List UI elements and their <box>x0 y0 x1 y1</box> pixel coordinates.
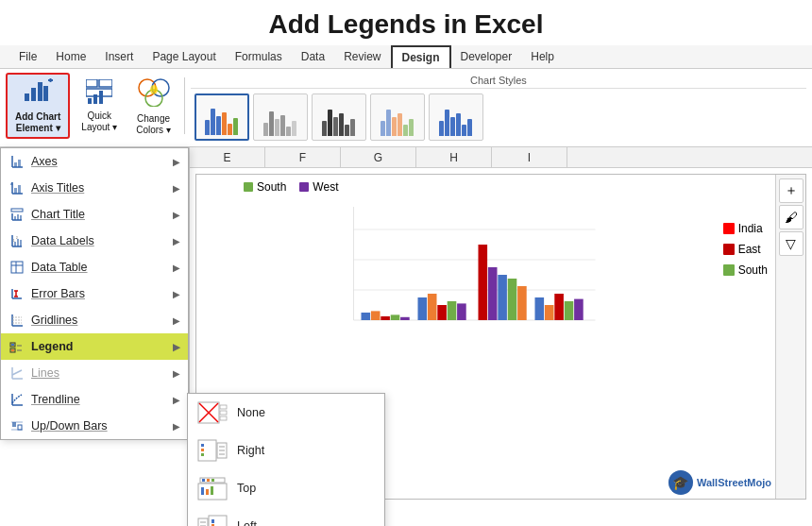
add-chart-element-button[interactable]: Add ChartElement ▾ <box>6 73 70 139</box>
east-label: East <box>738 243 761 256</box>
updown-bars-label: Up/Down Bars <box>31 419 108 433</box>
error-bars-arrow: ▶ <box>173 289 180 299</box>
chart-styles-tool[interactable]: 🖌 <box>779 205 804 229</box>
tab-file[interactable]: File <box>9 46 46 67</box>
change-colors-label: ChangeColors ▾ <box>136 113 171 136</box>
ribbon-body: Add ChartElement ▾ QuickLayout ▾ C <box>0 69 812 147</box>
submenu-right[interactable]: Right <box>188 432 384 469</box>
svg-rect-75 <box>201 453 204 456</box>
svg-rect-124 <box>535 297 545 320</box>
chart-style-5[interactable] <box>429 93 483 141</box>
data-labels-arrow: ▶ <box>173 236 180 246</box>
ribbon-divider-1 <box>184 77 185 134</box>
chart-style-2[interactable] <box>253 93 308 141</box>
submenu-top[interactable]: Top <box>188 469 384 507</box>
svg-rect-93 <box>211 519 214 523</box>
tab-formulas[interactable]: Formulas <box>226 46 292 67</box>
legend-icon <box>8 338 25 355</box>
menu-item-axis-titles[interactable]: A Axis Titles ▶ <box>1 175 188 201</box>
svg-text:A: A <box>10 181 13 186</box>
menu-item-updown-bars[interactable]: Up/Down Bars ▶ <box>1 413 188 439</box>
india-label: India <box>738 222 763 235</box>
data-table-icon <box>8 259 25 276</box>
legend-india: India <box>723 222 768 235</box>
col-headers: E F G H I <box>190 147 812 168</box>
chart-filter-tool[interactable]: ▽ <box>779 231 804 256</box>
menu-item-lines: Lines ▶ <box>1 360 188 386</box>
chart-style-1[interactable] <box>195 93 249 141</box>
chart-style-4[interactable] <box>370 93 425 141</box>
svg-rect-118 <box>457 303 466 320</box>
menu-item-chart-title[interactable]: Chart Title ▶ <box>1 201 188 228</box>
axes-label: Axes <box>31 155 58 168</box>
svg-rect-128 <box>574 299 584 320</box>
watermark-logo: 🎓 <box>668 470 693 495</box>
svg-rect-82 <box>202 479 205 482</box>
legend-east: East <box>723 243 768 256</box>
tab-review[interactable]: Review <box>334 46 390 67</box>
svg-rect-54 <box>11 349 14 351</box>
south-label: South <box>257 180 286 194</box>
tab-insert[interactable]: Insert <box>95 46 143 67</box>
right-icon <box>197 437 228 464</box>
lines-label: Lines <box>31 366 59 380</box>
axis-titles-label: Axis Titles <box>31 181 84 195</box>
chart-styles-label: Chart Styles <box>191 73 806 89</box>
chart-style-3[interactable] <box>312 93 366 141</box>
menu-item-data-labels[interactable]: 1 2 Data Labels ▶ <box>1 228 188 254</box>
tab-data[interactable]: Data <box>292 46 334 67</box>
submenu-right-label: Right <box>237 444 264 457</box>
none-icon <box>197 399 228 426</box>
menu-item-trendline[interactable]: Trendline ▶ <box>1 386 188 413</box>
svg-rect-34 <box>17 239 19 246</box>
tab-home[interactable]: Home <box>46 46 95 67</box>
svg-rect-2 <box>38 82 42 101</box>
change-colors-button[interactable]: ChangeColors ▾ <box>128 73 178 139</box>
chart-styles-thumbs <box>191 92 806 143</box>
change-colors-icon <box>138 76 170 113</box>
west-label: West <box>313 180 338 194</box>
svg-rect-112 <box>391 314 400 320</box>
svg-rect-19 <box>18 160 21 167</box>
svg-rect-70 <box>220 411 227 415</box>
svg-rect-69 <box>220 405 227 409</box>
submenu-left[interactable]: Left <box>188 507 384 526</box>
quick-layout-button[interactable]: QuickLayout ▾ <box>74 73 125 139</box>
svg-rect-23 <box>18 185 21 194</box>
tab-developer[interactable]: Developer <box>451 46 522 67</box>
menu-item-data-table[interactable]: Data Table ▶ <box>1 254 188 280</box>
data-table-label: Data Table <box>31 261 88 274</box>
add-chart-label: Add ChartElement ▾ <box>15 111 60 134</box>
chart-title-arrow: ▶ <box>173 210 180 220</box>
menu-item-legend[interactable]: Legend ▶ <box>1 333 188 360</box>
svg-rect-122 <box>508 279 517 320</box>
chart-title-icon <box>8 206 25 223</box>
svg-rect-125 <box>545 305 554 320</box>
watermark: 🎓 WallStreetMojo <box>668 470 771 495</box>
tab-help[interactable]: Help <box>521 46 564 67</box>
svg-rect-86 <box>206 489 209 495</box>
quick-layout-label: QuickLayout ▾ <box>81 110 117 133</box>
svg-rect-110 <box>371 311 381 320</box>
svg-rect-62 <box>12 422 16 427</box>
col-header-g: G <box>341 147 416 167</box>
india-dot <box>723 223 735 234</box>
tab-design[interactable]: Design <box>391 45 451 68</box>
svg-rect-9 <box>88 98 92 104</box>
chart-elements-tool[interactable]: ＋ <box>779 178 804 203</box>
svg-rect-3 <box>43 86 48 101</box>
ribbon-tabs: File Home Insert Page Layout Formulas Da… <box>0 45 812 69</box>
svg-rect-120 <box>488 267 498 320</box>
gridlines-arrow: ▶ <box>173 315 180 326</box>
svg-rect-115 <box>428 294 437 320</box>
submenu-top-label: Top <box>237 482 256 495</box>
menu-item-error-bars[interactable]: Error Bars ▶ <box>1 280 188 307</box>
tab-page-layout[interactable]: Page Layout <box>143 46 225 67</box>
menu-item-gridlines[interactable]: Gridlines ▶ <box>1 307 188 333</box>
axis-titles-icon: A <box>8 179 25 196</box>
svg-rect-18 <box>14 162 17 167</box>
lines-arrow: ▶ <box>173 368 180 379</box>
svg-rect-87 <box>211 486 213 495</box>
menu-item-axes[interactable]: Axes ▶ <box>1 148 188 175</box>
submenu-none[interactable]: None <box>188 394 384 432</box>
